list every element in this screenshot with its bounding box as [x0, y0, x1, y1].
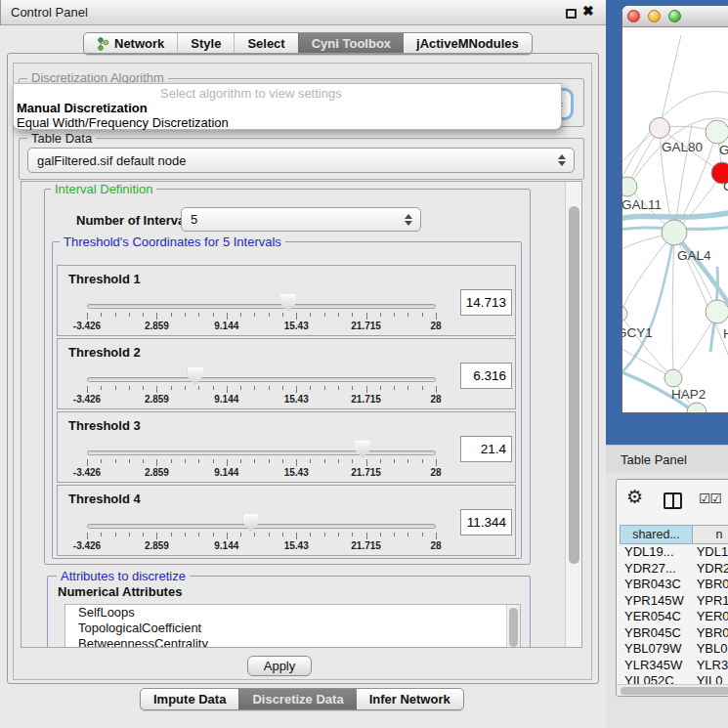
popup-option-equal-width[interactable]: Equal Width/Frequency Discretization	[17, 115, 229, 130]
network-view-window[interactable]: GAL80 GA C GAL11 GAL4 GCY1 H HAP2	[621, 5, 728, 413]
scrollbar-thumb[interactable]	[569, 206, 579, 564]
threshold-2-slider-thumb[interactable]	[188, 367, 203, 385]
settings-scroll-pane: Interval Definition Number of Intervals …	[21, 181, 582, 648]
minimize-traffic-light-icon[interactable]	[648, 10, 661, 22]
table-data-combo[interactable]: galFiltered.sif default node	[27, 148, 575, 173]
threshold-1-slider-thumb[interactable]	[280, 294, 296, 312]
app-root: Control Panel ✖ Network Style Select Cyn…	[0, 0, 728, 728]
svg-text:GCY1: GCY1	[622, 325, 653, 340]
node-gcy1[interactable]	[622, 306, 627, 321]
network-window-titlebar[interactable]	[622, 6, 728, 27]
threshold-4-slider-track[interactable]	[87, 524, 436, 529]
node-gal11[interactable]	[622, 177, 637, 196]
node-gal80[interactable]	[650, 118, 670, 139]
thresholds-group-label: Threshold's Coordinates for 5 Intervals	[60, 235, 285, 249]
table-data-combo-value: galFiltered.sif default node	[37, 153, 186, 168]
threshold-2-value-field[interactable]	[460, 363, 512, 389]
table-header: shared... n	[620, 525, 728, 544]
threshold-4-value-field[interactable]	[460, 509, 512, 535]
number-of-intervals-combo[interactable]: 5	[181, 207, 421, 232]
threshold-1-slider-track[interactable]	[87, 304, 436, 309]
node-labels: GAL80 GA C GAL11 GAL4 GCY1 H HAP2	[622, 140, 728, 402]
threshold-4-label: Threshold 4	[68, 492, 141, 506]
svg-text:HAP2: HAP2	[671, 387, 706, 402]
svg-text:H: H	[723, 326, 728, 341]
settings-scrollbar[interactable]	[565, 182, 582, 647]
threshold-1-value-field[interactable]	[460, 289, 512, 316]
node-gal4[interactable]	[662, 220, 687, 245]
tab-jactivemnodules[interactable]: jActiveMNodules	[404, 33, 532, 54]
window-title: Control Panel	[11, 5, 88, 20]
threshold-3-slider-track[interactable]	[87, 450, 436, 455]
network-graph: GAL80 GA C GAL11 GAL4 GCY1 H HAP2	[622, 27, 728, 413]
tab-impute-data[interactable]: Impute Data	[141, 689, 238, 709]
slider-tick-labels: -3.426 2.859 9.144 15.43 21.715 28	[58, 321, 515, 332]
slider-ticks	[58, 386, 515, 393]
tab-infer-network[interactable]: Infer Network	[357, 689, 463, 709]
table-row[interactable]: YDL19...YDL1	[620, 544, 728, 561]
table-row[interactable]: YIL052CYIL0	[620, 673, 728, 684]
tab-style[interactable]: Style	[177, 33, 234, 54]
threshold-3-slider-thumb[interactable]	[355, 441, 370, 458]
tab-network[interactable]: Network	[84, 33, 177, 54]
network-icon	[97, 37, 109, 51]
close-icon[interactable]: ✖	[582, 3, 594, 19]
scrollbar-thumb[interactable]	[621, 687, 728, 695]
table-row[interactable]: YBR045CYBR0	[620, 625, 728, 642]
numerical-attributes-list: SelfLoops TopologicalCoefficient Between…	[64, 604, 521, 648]
algorithm-dropdown-popup: Select algorithm to view settings Manual…	[13, 83, 562, 130]
node-partial-right[interactable]	[706, 300, 728, 323]
split-columns-icon[interactable]	[664, 492, 682, 509]
slider-ticks	[58, 533, 515, 539]
apply-button[interactable]: Apply	[247, 656, 312, 676]
table-data-label: Table Data	[27, 131, 96, 146]
list-item[interactable]: SelfLoops	[65, 605, 520, 621]
control-panel-titlebar: Control Panel ✖	[0, 0, 606, 25]
node-hap2[interactable]	[664, 369, 682, 387]
table-row[interactable]: YBL079WYBL0	[620, 641, 728, 658]
tab-select[interactable]: Select	[234, 33, 297, 54]
attributes-group-label: Attributes to discretize	[57, 569, 190, 583]
network-nodes[interactable]	[622, 118, 728, 414]
threshold-3-value-field[interactable]	[460, 436, 512, 462]
top-tab-bar: Network Style Select Cyni Toolbox jActiv…	[83, 32, 533, 55]
zoom-traffic-light-icon[interactable]	[668, 10, 681, 22]
list-item[interactable]: TopologicalCoefficient	[65, 621, 520, 636]
table-horizontal-scrollbar[interactable]	[617, 684, 728, 696]
select-columns-icon[interactable]: ☑☑	[699, 491, 721, 506]
table-row[interactable]: YLR345WYLR3	[620, 658, 728, 674]
slider-tick-labels: -3.426 2.859 9.144 15.43 21.715 28	[58, 467, 515, 479]
slider-ticks	[58, 459, 515, 466]
list-scrollbar[interactable]	[506, 605, 520, 648]
float-window-icon[interactable]	[566, 9, 577, 19]
table-row[interactable]: YDR27...YDR2	[620, 561, 728, 578]
network-canvas[interactable]: GAL80 GA C GAL11 GAL4 GCY1 H HAP2	[622, 27, 728, 413]
threshold-4-slider-thumb[interactable]	[243, 514, 259, 532]
threshold-4-panel: Threshold 4 -3.426 2.859 9.144 15.43 21.…	[57, 485, 516, 556]
table-panel-titlebar: Table Panel	[606, 445, 728, 472]
column-header-shared-name[interactable]: shared...	[620, 525, 693, 544]
threshold-2-slider-track[interactable]	[87, 377, 436, 382]
close-traffic-light-icon[interactable]	[627, 10, 640, 22]
list-item[interactable]: BetweennessCentrality	[65, 636, 520, 648]
table-row[interactable]: YER054CYER0	[620, 609, 728, 625]
slider-ticks	[58, 313, 515, 320]
gear-icon[interactable]: ⚙	[626, 486, 643, 508]
tab-discretize-data[interactable]: Discretize Data	[238, 689, 356, 709]
table-panel: ⚙ ☑☑ shared... n YDL19...YDL1 YDR27...YD…	[616, 479, 728, 697]
threshold-2-panel: Threshold 2 -3.426 2.859 9.144 15.43 21.…	[57, 338, 516, 409]
tab-cyni-toolbox[interactable]: Cyni Toolbox	[298, 33, 404, 54]
table-row[interactable]: YPR145WYPR1	[620, 593, 728, 610]
column-header-name[interactable]: n	[693, 525, 728, 544]
desktop-background: GAL80 GA C GAL11 GAL4 GCY1 H HAP2	[606, 0, 728, 445]
combo-arrows-icon	[558, 154, 566, 166]
popup-placeholder-item[interactable]: Select algorithm to view settings	[160, 86, 342, 101]
popup-option-manual-discretization[interactable]: Manual Discretization	[17, 101, 148, 115]
slider-tick-labels: -3.426 2.859 9.144 15.43 21.715 28	[58, 394, 515, 406]
threshold-3-label: Threshold 3	[68, 418, 141, 433]
node-partial-top-right[interactable]	[706, 120, 728, 144]
table-row[interactable]: YBR043CYBR0	[620, 577, 728, 593]
threshold-2-label: Threshold 2	[68, 345, 141, 360]
combo-arrows-icon	[405, 214, 412, 226]
threshold-1-label: Threshold 1	[68, 272, 141, 286]
